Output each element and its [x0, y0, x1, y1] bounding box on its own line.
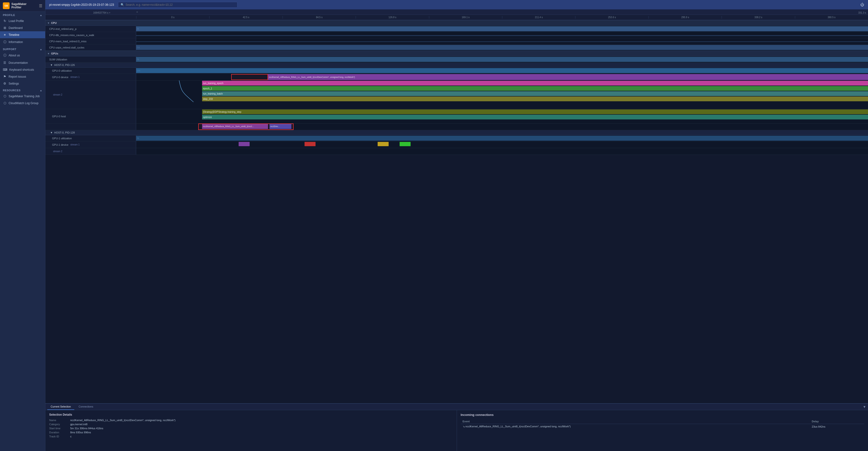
sidebar-item-keyboard[interactable]: ⌨ Keyboard shortcuts	[0, 66, 45, 73]
sidebar-item-label: Information	[9, 40, 23, 44]
sidebar-item-timeline[interactable]: ≡ Timeline	[0, 31, 45, 38]
chevron-up-icon-resources: ▲	[40, 89, 42, 92]
tab-connections[interactable]: Connections	[75, 404, 96, 410]
detail-value: 8ms 930us 996ns	[70, 431, 91, 434]
hamburger-icon[interactable]: ☰	[39, 4, 42, 8]
gpu1-event4[interactable]	[400, 142, 411, 146]
ddp-strategy-bar[interactable]: [Strategy]DDPStrategy.training_step	[202, 110, 868, 114]
search-input[interactable]	[126, 3, 235, 6]
ruler-top: 1684537764 s + 331.3 s ✕	[45, 9, 868, 15]
track-label: CPU-itlb_misses.miss_causes_a_walk	[45, 32, 136, 38]
gpu1-util-label: GPU-1 utilization	[45, 135, 136, 141]
gpu0-device-stream2-content[interactable]: run_training_epoch epoch_1 run_training_…	[136, 81, 868, 109]
gpu1-device-stream2-row: stream 2	[45, 148, 868, 155]
sum-utilization-row: SUM Utilization 75	[45, 56, 868, 63]
zoom-label: 331.3 s	[858, 11, 866, 14]
collapse-gpus-icon[interactable]: ▼	[47, 52, 50, 55]
collapse-host128-icon[interactable]: ▼	[50, 131, 53, 134]
gpu0-host-nccl-label	[45, 123, 136, 130]
epoch-bar[interactable]: epoch_1	[202, 86, 868, 91]
collapse-cpu-icon[interactable]: ▼	[47, 22, 50, 24]
gpu0-device-label: GPU-0 device stream 1	[45, 74, 136, 80]
sum-util-content[interactable]: 75	[136, 56, 868, 62]
host0-pid126-header[interactable]: ▼ HOST-0, PID-126	[45, 63, 868, 68]
gpu0-host-nccl-content[interactable]: ncclKernel_AllReduce_RING_LL_Sum_uint8_t…	[136, 123, 868, 130]
gpu1-device-stream2-content[interactable]	[136, 148, 868, 155]
gpu0-device-stream1-content[interactable]: ncclKernel_AllReduce_RING_LL_Sum_uint8_t…	[136, 74, 868, 80]
gpu1-event2[interactable]	[305, 142, 315, 146]
close-icon[interactable]: ✕	[136, 11, 138, 13]
chevron-up-icon: ▲	[40, 14, 42, 17]
connection-row: ↘ ncclKernel_AllReduce_RING_LL_Sum_uint8…	[461, 424, 864, 429]
nccl-event-bar[interactable]: ncclKernel_AllReduce_RING_LL_Sum_uint8_t…	[268, 74, 868, 80]
sidebar-item-load-profile[interactable]: ↻ Load Profile	[0, 18, 45, 24]
detail-label: Start time	[49, 427, 68, 430]
sidebar-item-label: Settings	[9, 82, 19, 85]
docs-icon: ☰	[3, 61, 7, 64]
track-content[interactable]: 7.5	[136, 44, 868, 51]
gpu0-util-content[interactable]: 100	[136, 68, 868, 73]
sidebar-item-cloudwatch[interactable]: ⬡ CloudWatch Log Group	[0, 100, 45, 107]
sidebar-item-sagemaker-job[interactable]: ⬡ SageMaker Training Job	[0, 93, 45, 100]
cpu-section-label: CPU	[51, 22, 57, 24]
sidebar-item-report[interactable]: ⚑ Report issuus	[0, 73, 45, 80]
track-row: CPU-uops_retired.stall_cycles 7.5	[45, 44, 868, 51]
gpu1-device-content[interactable]	[136, 142, 868, 148]
sidebar-item-dashboard[interactable]: ⊞ Dashboard	[0, 24, 45, 31]
load-profile-icon: ↻	[3, 19, 7, 23]
collapse-host126-icon[interactable]: ▼	[50, 64, 53, 66]
ruler-tick: 295.9 s	[649, 16, 721, 19]
track-content[interactable]	[136, 32, 868, 38]
host126-label: HOST-0, PID-126	[54, 64, 75, 66]
detail-value: c	[70, 435, 72, 438]
track-row: CPU-itlb_misses.miss_causes_a_walk	[45, 32, 868, 38]
ruler-tick: 211.4 s	[502, 16, 575, 19]
filter-icon[interactable]: ▼	[863, 405, 866, 409]
tracks-container[interactable]: ▼ CPU CPU-inst_retired.any_p 25 CPU-itlb…	[45, 20, 868, 403]
gpu0-host-content[interactable]: [Strategy]DDPStrategy.training_step opti…	[136, 109, 868, 123]
track-label: CPU-uops_retired.stall_cycles	[45, 44, 136, 51]
gpu1-event3[interactable]	[378, 142, 389, 146]
sidebar-item-label: Documentation	[9, 61, 28, 64]
sidebar-item-docs[interactable]: ☰ Documentation	[0, 59, 45, 66]
gpu1-device-row: GPU-1 device stream 1	[45, 142, 868, 148]
detail-label: Category	[49, 423, 68, 426]
gpu1-util-content[interactable]: 75	[136, 135, 868, 141]
dashboard-icon: ⊞	[3, 26, 7, 30]
track-content[interactable]: 25	[136, 26, 868, 32]
gpu1-device-label: GPU-1 device stream 1	[45, 142, 136, 148]
detail-value: 5m 31s 306ms 844us 416ns	[70, 427, 103, 430]
cloudwatch-icon: ⬡	[3, 101, 7, 105]
track-row: CPU-mem_load_retired.l3_miss	[45, 38, 868, 44]
chevron-up-icon-support: ▲	[40, 48, 42, 51]
sidebar-item-label: Report issuus	[9, 75, 26, 78]
sidebar-item-settings[interactable]: ⚙ Settings	[0, 80, 45, 87]
host0-pid128-header[interactable]: ▼ HOST-0, PID-128	[45, 130, 868, 135]
run-training-batch-bar[interactable]: run_training_batch	[202, 91, 868, 96]
optimize-bar[interactable]: optimize	[202, 115, 868, 119]
tab-current-selection[interactable]: Current Selection	[47, 404, 74, 410]
step-bar[interactable]: step_233	[202, 96, 868, 101]
power-icon[interactable]: ⏻	[860, 3, 864, 7]
sidebar-item-information[interactable]: ⓘ Information	[0, 38, 45, 46]
track-content[interactable]	[136, 38, 868, 44]
search-bar[interactable]: 🔍	[118, 2, 238, 8]
run-training-epoch-bar[interactable]: run_training_epoch	[202, 81, 868, 86]
gpus-section-header[interactable]: ▼ GPUs	[45, 51, 868, 56]
track-row: CPU-inst_retired.any_p 25	[45, 26, 868, 32]
selection-box	[231, 74, 268, 80]
gpu1-event1[interactable]	[239, 142, 250, 146]
sidebar-item-label: CloudWatch Log Group	[9, 101, 38, 105]
ruler-tick: 338.2 s	[721, 16, 795, 19]
bottom-tabs: Current Selection Connections ▼	[45, 404, 868, 410]
gpu1-util-row: GPU-1 utilization 75	[45, 135, 868, 142]
sidebar-item-label: About us	[9, 54, 20, 57]
connection-delay: 23us 842ns	[810, 424, 864, 429]
cpu-section-header[interactable]: ▼ CPU	[45, 20, 868, 26]
sidebar-item-about[interactable]: ⓘ About us	[0, 52, 45, 59]
ruler-tick: 380.5 s	[795, 16, 868, 19]
keyboard-icon: ⌨	[3, 68, 7, 71]
gpu1-device-stream2-label: stream 2	[45, 148, 136, 155]
ruler-tick: 169.1 s	[429, 16, 502, 19]
detail-label: Name	[49, 419, 68, 422]
